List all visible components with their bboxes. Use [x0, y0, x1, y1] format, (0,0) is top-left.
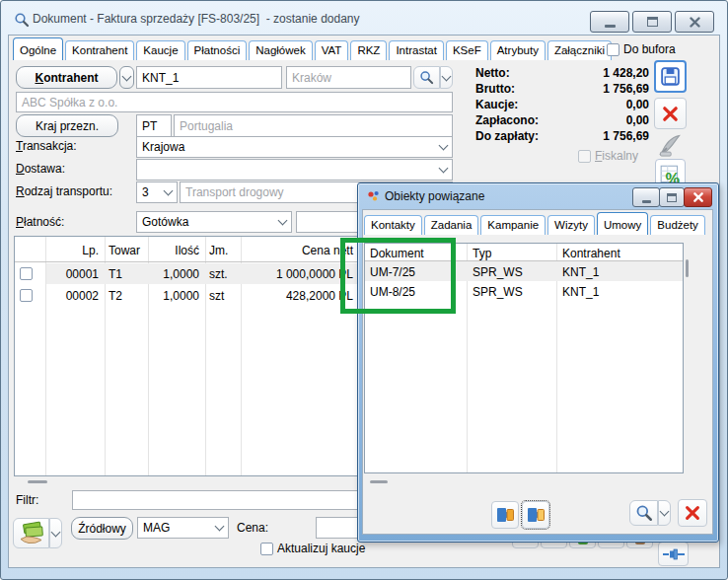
tab-umowy[interactable]: Umowy — [597, 212, 648, 235]
tab-zadania[interactable]: Zadania — [424, 215, 479, 235]
netto-value: 1 428,20 — [603, 66, 649, 80]
row1-lp[interactable]: 00001 — [45, 267, 99, 281]
tab-naglowek[interactable]: Nagłówek — [249, 40, 313, 60]
city-field[interactable]: Kraków — [286, 66, 411, 89]
aktualizuj-kaucje-checkbox[interactable]: Aktualizuj kaucje — [260, 542, 365, 555]
platnosc-select[interactable]: Gotówka — [136, 211, 292, 233]
kraj-code-field[interactable]: PT — [136, 114, 172, 137]
link-object-button[interactable] — [491, 501, 519, 529]
zaplacono-value: 0,00 — [626, 113, 649, 127]
save-button[interactable] — [654, 60, 687, 93]
magazyn-select[interactable]: MAG — [137, 517, 229, 539]
do-bufora-checkbox[interactable]: Do bufora — [607, 42, 676, 56]
link-object-add-button[interactable] — [522, 501, 549, 529]
ovl-vscrollbar-thumb[interactable] — [686, 259, 689, 277]
tab-rkz[interactable]: RKZ — [350, 40, 387, 60]
tab-platnosci[interactable]: Płatności — [187, 40, 248, 60]
tab-ksef[interactable]: KSeF — [446, 40, 488, 60]
zrodlowy-button[interactable]: Źródłowy — [71, 517, 133, 540]
kontrahent-button-label: Kontrahent — [35, 71, 98, 85]
kontrahent-search-dropdown[interactable] — [440, 66, 453, 89]
items-header-towar[interactable]: Towar — [109, 244, 140, 257]
ovl-header-kontrahent[interactable]: Kontrahent — [562, 247, 620, 260]
tab-kaucje[interactable]: Kaucje — [136, 40, 184, 60]
kontrahent-button[interactable]: Kontrahent — [16, 66, 117, 89]
restore-icon — [667, 193, 677, 202]
stamp-button[interactable] — [657, 132, 683, 158]
dostawa-select[interactable] — [136, 159, 453, 181]
ovl-row2-kontrahent[interactable]: KNT_1 — [562, 285, 599, 299]
kontrahent-name-field[interactable]: ABC Spółka z o.o. — [16, 92, 453, 112]
pin-icon — [662, 547, 686, 561]
tab-intrastat[interactable]: Intrastat — [389, 40, 444, 60]
row1-jm[interactable]: szt. — [209, 267, 228, 281]
kontrahent-search-button[interactable] — [413, 66, 440, 89]
row2-checkbox[interactable] — [20, 289, 33, 302]
items-header-cena[interactable]: Cena nett — [243, 244, 353, 257]
restore-button[interactable] — [632, 11, 672, 33]
chevron-down-icon — [51, 527, 61, 537]
kontrahent-dropdown-button[interactable] — [119, 66, 134, 89]
row2-towar[interactable]: T2 — [109, 289, 122, 303]
transakcja-select[interactable]: Krajowa — [136, 136, 453, 158]
overlay-restore-button[interactable] — [659, 187, 685, 207]
items-header-ilosc[interactable]: Ilość — [148, 244, 199, 257]
ovl-close-action-button[interactable] — [678, 499, 707, 527]
payment-dropdown[interactable] — [49, 518, 62, 548]
row1-checkbox[interactable] — [20, 267, 33, 280]
aktualizuj-box[interactable] — [260, 543, 273, 555]
row2-jm[interactable]: szt — [209, 289, 224, 303]
pin-button[interactable] — [658, 542, 689, 566]
kraj-przezn-button[interactable]: Kraj przezn. — [16, 114, 118, 137]
tab-wizyty[interactable]: Wizyty — [547, 215, 595, 235]
cash-hand-icon — [18, 521, 45, 545]
transakcja-label: Transakcja: — [16, 139, 77, 153]
close-button[interactable] — [675, 11, 714, 33]
tab-vat[interactable]: VAT — [315, 40, 349, 60]
payment-button[interactable] — [13, 518, 49, 548]
tab-kampanie[interactable]: Kampanie — [480, 215, 546, 235]
overlay-minimize-button[interactable] — [632, 187, 660, 207]
ovl-hscrollbar-thumb[interactable] — [370, 480, 388, 483]
tab-budzety[interactable]: Budżety — [650, 215, 705, 235]
kraj-name-field[interactable]: Portugalia — [174, 114, 453, 137]
close-icon — [693, 192, 703, 202]
ovl-row1-typ[interactable]: SPR_WS — [473, 265, 523, 279]
kontrahent-code-field[interactable]: KNT_1 — [136, 66, 282, 89]
row1-cena[interactable]: 1 000,0000 PL — [243, 267, 353, 281]
transport-code-select[interactable]: 3 — [136, 181, 178, 203]
tab-kontakty[interactable]: Kontakty — [364, 215, 422, 235]
chevron-down-icon — [442, 71, 452, 81]
kaucje-label: Kaucje: — [475, 98, 518, 111]
linked-objects-icon — [367, 189, 381, 203]
row1-ilosc[interactable]: 1,0000 — [148, 267, 199, 281]
do-bufora-box[interactable] — [607, 43, 619, 56]
row2-lp[interactable]: 00002 — [45, 289, 99, 303]
row2-cena[interactable]: 428,2000 PL — [243, 289, 353, 303]
row2-ilosc[interactable]: 1,0000 — [148, 289, 199, 303]
total-zaplacono-row: Zapłacono:0,00 — [475, 113, 649, 127]
tab-atrybuty[interactable]: Atrybuty — [490, 40, 546, 60]
puzzle-icon — [494, 504, 516, 526]
ovl-row2-typ[interactable]: SPR_WS — [473, 285, 523, 299]
overlay-close-button[interactable] — [684, 187, 712, 207]
brutto-label: Brutto: — [475, 82, 515, 96]
chevron-down-icon — [278, 216, 288, 226]
items-header-jm[interactable]: Jm. — [209, 244, 228, 257]
minimize-button[interactable] — [590, 11, 629, 33]
ovl-row1-kontrahent[interactable]: KNT_1 — [562, 265, 599, 279]
total-netto-row: Netto:1 428,20 — [475, 66, 649, 80]
tab-ogolne[interactable]: Ogólne — [13, 37, 63, 60]
red-x-icon — [661, 105, 680, 123]
items-header-lp[interactable]: Lp. — [45, 244, 99, 257]
ovl-search-dropdown[interactable] — [658, 500, 671, 526]
tab-zalaczniki[interactable]: Załączniki — [547, 40, 612, 60]
tab-kontrahent[interactable]: Kontrahent — [65, 40, 134, 60]
ovl-search-button[interactable] — [629, 500, 658, 526]
quill-icon — [657, 132, 683, 158]
cancel-button[interactable] — [654, 98, 687, 129]
hscrollbar-thumb[interactable] — [28, 480, 47, 483]
ovl-header-typ[interactable]: Typ — [473, 247, 491, 260]
row1-towar[interactable]: T1 — [109, 267, 122, 281]
zaplacono-label: Zapłacono: — [475, 113, 539, 127]
